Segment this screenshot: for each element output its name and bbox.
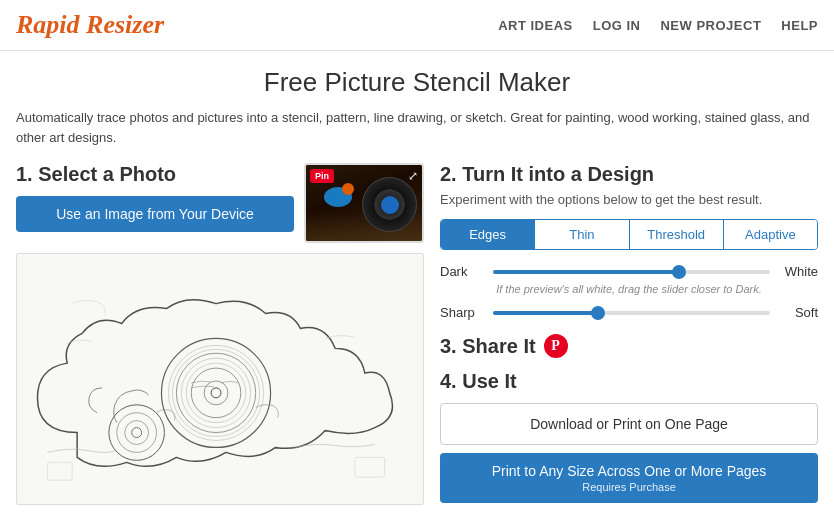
pinterest-icon[interactable]: P <box>544 334 568 358</box>
page-title: Free Picture Stencil Maker <box>16 67 818 98</box>
svg-rect-0 <box>18 254 423 504</box>
design-tabs: Edges Thin Threshold Adaptive <box>440 219 818 250</box>
stencil-preview <box>16 253 424 505</box>
left-column: 1. Select a Photo Use an Image from Your… <box>16 163 424 505</box>
dark-fill <box>493 270 679 274</box>
logo-text: Rapid Resizer <box>16 10 164 39</box>
expand-icon[interactable]: ⤢ <box>408 169 418 183</box>
dark-white-slider-row: Dark White <box>440 264 818 279</box>
step3: 3. Share It P <box>440 334 818 358</box>
upload-image-button[interactable]: Use an Image from Your Device <box>16 196 294 232</box>
print-btn-sublabel: Requires Purchase <box>450 481 808 493</box>
dark-white-thumb[interactable] <box>672 265 686 279</box>
soft-label: Soft <box>778 305 818 320</box>
white-label: White <box>778 264 818 279</box>
tab-threshold[interactable]: Threshold <box>630 220 724 249</box>
print-size-button[interactable]: Print to Any Size Across One or More Pag… <box>440 453 818 503</box>
tab-adaptive[interactable]: Adaptive <box>724 220 817 249</box>
print-btn-label: Print to Any Size Across One or More Pag… <box>492 463 767 479</box>
dark-label: Dark <box>440 264 485 279</box>
nav-art-ideas[interactable]: ART IDEAS <box>498 18 573 33</box>
main-content: Free Picture Stencil Maker Automatically… <box>0 51 834 515</box>
sharp-soft-slider-row: Sharp Soft <box>440 305 818 320</box>
header: Rapid Resizer ART IDEAS LOG IN NEW PROJE… <box>0 0 834 51</box>
photo-preview[interactable]: Pin ⤢ <box>304 163 424 243</box>
step4: 4. Use It Download or Print on One Page … <box>440 370 818 503</box>
tab-thin[interactable]: Thin <box>535 220 629 249</box>
step2-title: 2. Turn It into a Design <box>440 163 818 186</box>
columns: 1. Select a Photo Use an Image from Your… <box>16 163 818 505</box>
orange-dot <box>342 183 354 195</box>
step1-title: 1. Select a Photo <box>16 163 294 186</box>
logo[interactable]: Rapid Resizer <box>16 10 164 40</box>
download-print-button[interactable]: Download or Print on One Page <box>440 403 818 445</box>
page-subtitle: Automatically trace photos and pictures … <box>16 108 818 147</box>
pin-badge[interactable]: Pin <box>310 169 334 183</box>
vinyl-label <box>381 196 399 214</box>
main-nav: ART IDEAS LOG IN NEW PROJECT HELP <box>498 18 818 33</box>
step2: 2. Turn It into a Design Experiment with… <box>440 163 818 320</box>
step1-row: 1. Select a Photo Use an Image from Your… <box>16 163 424 243</box>
sharp-fill <box>493 311 598 315</box>
step2-subtitle: Experiment with the options below to get… <box>440 192 818 207</box>
nav-help[interactable]: HELP <box>781 18 818 33</box>
vinyl-record <box>362 177 417 232</box>
sharp-label: Sharp <box>440 305 485 320</box>
nav-log-in[interactable]: LOG IN <box>593 18 641 33</box>
right-column: 2. Turn It into a Design Experiment with… <box>440 163 818 505</box>
nav-new-project[interactable]: NEW PROJECT <box>660 18 761 33</box>
step3-title: 3. Share It <box>440 335 536 358</box>
step3-row: 3. Share It P <box>440 334 818 358</box>
tab-edges[interactable]: Edges <box>441 220 535 249</box>
sharp-soft-track[interactable] <box>493 311 770 315</box>
step1-left: 1. Select a Photo Use an Image from Your… <box>16 163 294 242</box>
sharp-soft-thumb[interactable] <box>591 306 605 320</box>
dark-white-track[interactable] <box>493 270 770 274</box>
step4-title: 4. Use It <box>440 370 818 393</box>
stencil-svg <box>17 254 423 504</box>
slider-hint: If the preview's all white, drag the sli… <box>440 283 818 295</box>
